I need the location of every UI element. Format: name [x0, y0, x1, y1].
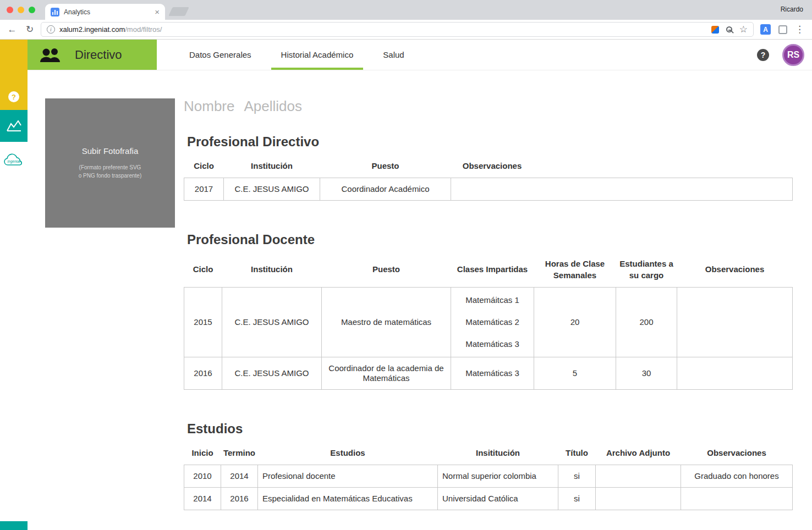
table-cell: C.E. JESUS AMIGO	[224, 178, 320, 200]
tab-datos-generales[interactable]: Datos Generales	[182, 40, 259, 70]
translate-extension-icon[interactable]: A	[760, 24, 771, 35]
toolbar-extensions: A ⋮	[758, 24, 806, 35]
table-cell	[596, 465, 681, 487]
person-name: NombreApellidos	[184, 98, 793, 114]
table-row: 2015C.E. JESUS AMIGOMaestro de matemátic…	[184, 287, 793, 357]
table-cell: Universidad Católica	[438, 487, 558, 510]
column-header: Observaciones	[451, 155, 534, 178]
table-cell: si	[558, 465, 596, 487]
column-header: Ciclo	[184, 155, 224, 178]
column-header: Termino	[221, 442, 258, 465]
browser-tab-analytics[interactable]: Analytics ×	[45, 4, 165, 20]
browser-window: Analytics × Ricardo ← ↻ i xalum2.ingenia…	[0, 0, 812, 530]
table-cell-line: Matemáticas 3	[456, 333, 529, 355]
column-header: Puesto	[320, 155, 451, 178]
profesional-directivo-table: CicloInstituciónPuestoObservaciones 2017…	[184, 155, 793, 201]
bookmark-star-icon[interactable]: ☆	[739, 25, 748, 34]
table-row: 20102014Profesional docenteNormal superi…	[184, 465, 793, 487]
address-bar[interactable]: i xalum2.ingeniat.com/mod/filtros/ ☆	[41, 22, 754, 37]
column-header: Institución	[224, 155, 320, 178]
first-name-placeholder: Nombre	[184, 98, 234, 114]
omnibox-actions: ☆	[711, 25, 748, 34]
section-title-profesional-directivo: Profesional Directivo	[187, 134, 793, 150]
table-row: 20142016Especialidad en Matemáticas Educ…	[184, 487, 793, 510]
app-shell: ? ingeniat	[0, 40, 812, 530]
browser-menu-icon[interactable]: ⋮	[795, 25, 804, 34]
column-header: Horas de Clase Semanales	[534, 253, 616, 288]
window-minimize-button[interactable]	[18, 7, 24, 13]
tab-title: Analytics	[64, 8, 150, 16]
url-path: /mod/filtros/	[125, 25, 162, 34]
window-close-button[interactable]	[7, 7, 13, 13]
column-header: Estudiantes a su cargo	[616, 253, 677, 288]
page-info-icon[interactable]: i	[47, 25, 55, 34]
table-cell: C.E. JESUS AMIGO	[222, 287, 322, 357]
column-header: Archivo Adjunto	[596, 442, 681, 465]
column-header-filler	[534, 155, 793, 178]
back-icon[interactable]: ←	[6, 23, 19, 36]
table-cell: Coordinador Académico	[320, 178, 451, 200]
column-header: Observaciones	[681, 442, 793, 465]
chrome-profile-name[interactable]: Ricardo	[781, 5, 803, 13]
table-cell: Profesional docente	[258, 465, 438, 487]
page-content: Subir Fotofrafia (Formato preferente SVG…	[28, 70, 812, 530]
section-tabs: Datos Generales Historial Académico Salu…	[174, 40, 419, 70]
window-zoom-button[interactable]	[29, 7, 35, 13]
zoom-icon[interactable]	[726, 26, 732, 32]
analytics-favicon-icon	[51, 8, 59, 16]
table-cell	[677, 357, 793, 389]
table-cell: Maestro de matemáticas	[322, 287, 451, 357]
column-header: Puesto	[322, 253, 451, 288]
directivo-people-icon	[40, 47, 63, 63]
column-header: Inicio	[184, 442, 221, 465]
new-tab-button[interactable]	[168, 7, 189, 16]
window-controls	[7, 7, 35, 13]
table-cell: 2016	[221, 487, 258, 510]
tab-salud[interactable]: Salud	[375, 40, 412, 70]
table-cell: 2016	[184, 357, 222, 389]
estudios-table: InicioTerminoEstudiosInsitituciónTítuloA…	[184, 442, 793, 510]
table-cell: 5	[534, 357, 616, 389]
table-header-row: CicloInstituciónPuestoObservaciones	[184, 155, 793, 178]
tab-close-icon[interactable]: ×	[155, 8, 160, 16]
table-cell: 2014	[184, 487, 221, 510]
table-cell: si	[558, 487, 596, 510]
sidebar-help-icon[interactable]: ?	[8, 91, 19, 102]
url-host: xalum2.ingeniat.com	[59, 25, 125, 34]
browser-toolbar: ← ↻ i xalum2.ingeniat.com/mod/filtros/ ☆…	[0, 20, 812, 40]
table-header-row: InicioTerminoEstudiosInsitituciónTítuloA…	[184, 442, 793, 465]
table-cell	[681, 487, 793, 510]
table-row: 2017C.E. JESUS AMIGOCoordinador Académic…	[184, 178, 793, 200]
column-header: Estudios	[258, 442, 438, 465]
table-cell: Graduado con honores	[681, 465, 793, 487]
table-cell-line: Matemáitcas 1	[456, 289, 529, 311]
page-action-icon[interactable]	[711, 26, 719, 34]
reload-icon[interactable]: ↻	[23, 23, 36, 36]
tab-historial-academico[interactable]: Historial Académico	[273, 40, 361, 70]
column-header: Clases Impartidas	[451, 253, 534, 288]
extension-icon[interactable]	[778, 25, 787, 34]
left-sidebar: ? ingeniat	[0, 40, 28, 530]
table-cell: Coordinador de la academia de Matemática…	[322, 357, 451, 389]
profesional-docente-table: CicloInstituciónPuestoClases ImpartidasH…	[184, 253, 793, 390]
sidebar-bottom-accent	[0, 521, 28, 530]
browser-tabstrip: Analytics × Ricardo	[0, 0, 812, 20]
table-cell: 2015	[184, 287, 222, 357]
table-cell	[677, 287, 793, 357]
url-text[interactable]: xalum2.ingeniat.com/mod/filtros/	[59, 25, 707, 34]
sidebar-yellow-section: ?	[0, 40, 28, 110]
table-cell: 2017	[184, 178, 224, 200]
main-panel: Directivo Datos Generales Historial Acad…	[28, 40, 812, 530]
table-cell: 20	[534, 287, 616, 357]
user-avatar[interactable]: RS	[782, 44, 804, 66]
table-cell: Normal superior colombia	[438, 465, 558, 487]
photo-upload-box[interactable]: Subir Fotofrafia (Formato preferente SVG…	[45, 98, 175, 228]
table-cell: Matemáticas 3	[451, 357, 534, 389]
app-header: Directivo Datos Generales Historial Acad…	[28, 40, 812, 70]
help-icon[interactable]: ?	[757, 49, 769, 61]
profile-details: NombreApellidos Profesional Directivo Ci…	[184, 98, 793, 519]
column-header: Ciclo	[184, 253, 222, 288]
ingeniat-logo[interactable]: ingeniat	[2, 153, 25, 170]
module-title: Directivo	[75, 48, 122, 62]
sidebar-analytics-item[interactable]	[0, 110, 28, 142]
